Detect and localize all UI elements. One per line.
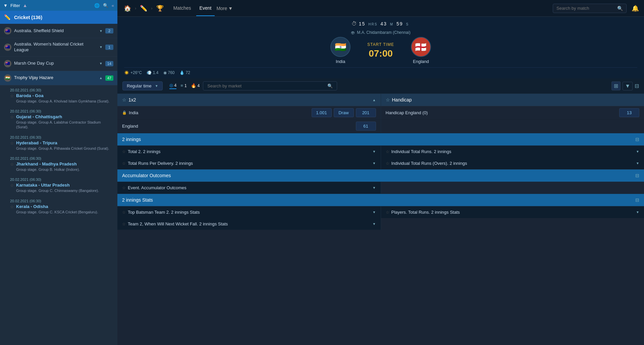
event-acc-label: Event. Accumulator Outcomes bbox=[128, 185, 186, 190]
time-filter-button[interactable]: Regular time ▼ bbox=[122, 81, 163, 90]
match-info-4: Jharkhand - Madhya Pradesh Group stage. … bbox=[16, 161, 113, 172]
total-2-innings-title: ☆ Total 2. 2 innings bbox=[122, 149, 161, 154]
expand-chevron-1[interactable]: ▼ bbox=[99, 29, 103, 33]
two-innings-banner: 2 innings ⊟ bbox=[117, 133, 644, 146]
market-icon-fire[interactable]: 🔥 4 bbox=[191, 83, 200, 89]
star-individual[interactable]: ☆ bbox=[386, 149, 389, 154]
star-players-runs[interactable]: ☆ bbox=[386, 210, 389, 215]
fav-star-2[interactable]: ☆ bbox=[10, 115, 14, 120]
expand-chevron-2[interactable]: ▼ bbox=[99, 45, 103, 49]
fav-star-4[interactable]: ☆ bbox=[10, 162, 14, 167]
star-individual-overs[interactable]: ☆ bbox=[386, 161, 389, 166]
match-item-kerala[interactable]: 20.02.2021 (06:30) ☆ Kerala - Odisha Gro… bbox=[0, 196, 117, 217]
clock-icon: ⏱ bbox=[352, 21, 357, 27]
match-name-6: Kerala - Odisha bbox=[16, 204, 113, 209]
search-match-input[interactable] bbox=[556, 6, 615, 11]
search-icon[interactable]: 🔍 bbox=[103, 3, 108, 8]
india-odds-label: 🔒 India bbox=[122, 110, 312, 115]
start-time-value: 07:00 bbox=[369, 48, 393, 59]
handicap-odds-13[interactable]: 13 bbox=[619, 108, 639, 117]
expand-chevron-4[interactable]: ▲ bbox=[99, 76, 103, 80]
fav-star-6[interactable]: ☆ bbox=[10, 204, 14, 209]
edit-icon[interactable]: ✏️ bbox=[139, 3, 149, 13]
trophy-vijay-label: Trophy Vijay Hazare bbox=[14, 75, 97, 81]
cricket-section[interactable]: ✏️ Cricket (136) bbox=[0, 11, 117, 24]
match-item-jharkhand[interactable]: 20.02.2021 (06:30) ☆ Jharkhand - Madhya … bbox=[0, 154, 117, 175]
market-1x2-header: ☆ 1x2 ▲ bbox=[117, 94, 381, 106]
countdown-seconds: 59 bbox=[396, 21, 403, 26]
star-icon-handicap[interactable]: ☆ bbox=[386, 97, 390, 102]
match-item-gujarat[interactable]: 20.02.2021 (06:30) ☆ Gujarat - Chhattisg… bbox=[0, 107, 117, 133]
globe-icon[interactable]: 🌐 bbox=[94, 3, 100, 8]
total-2-innings-header[interactable]: ☆ Total 2. 2 innings ▼ bbox=[117, 146, 381, 157]
notification-icon[interactable]: 🔔 bbox=[632, 5, 639, 12]
australia-womens-item[interactable]: 🇦🇺 Australia. Women's National Cricket L… bbox=[0, 38, 117, 57]
total-runs-delivery-header[interactable]: ☆ Total Runs Per Delivery. 2 innings ▼ bbox=[117, 157, 381, 169]
england-odds-61[interactable]: 61 bbox=[356, 122, 376, 131]
fav-star-1[interactable]: ☆ bbox=[10, 93, 14, 98]
team1-block: 🇮🇳 India bbox=[330, 37, 351, 64]
humidity-value: 72 bbox=[186, 70, 190, 75]
accumulator-filter-icon[interactable]: ⊟ bbox=[635, 173, 639, 178]
australia-sheffield-item[interactable]: 🇦🇺 Australia. Sheffield Shield ▼ 2 bbox=[0, 24, 117, 38]
team1-name: India bbox=[336, 59, 345, 64]
market-icon-list[interactable]: ≡ 1 bbox=[180, 83, 186, 89]
star-event-acc[interactable]: ☆ bbox=[122, 186, 126, 190]
draw-odds-btn[interactable]: Draw bbox=[334, 108, 354, 117]
individual-overs-header[interactable]: ☆ Individual Total Runs (Overs). 2 innin… bbox=[381, 157, 644, 169]
match-item-hyderabad[interactable]: 20.02.2021 (06:30) ☆ Hyderabad - Tripura… bbox=[0, 133, 117, 154]
star-total-2[interactable]: ☆ bbox=[122, 149, 126, 154]
top-batsman-chevron: ▼ bbox=[373, 210, 376, 214]
match-date-6: 20.02.2021 (06:30) bbox=[10, 199, 113, 203]
tab-more[interactable]: More ▼ bbox=[216, 1, 233, 16]
match-item-baroda[interactable]: 20.02.2021 (06:30) ☆ Baroda - Goa Group … bbox=[0, 85, 117, 107]
market-1x2-chevron[interactable]: ▲ bbox=[373, 98, 376, 102]
filter-button[interactable]: Filter bbox=[10, 3, 20, 8]
match-info-3: Hyderabad - Tripura Group stage. Group A… bbox=[16, 140, 113, 151]
match-date-5: 20.02.2021 (06:30) bbox=[10, 178, 113, 182]
match-venue-3: Group stage. Group A. Pithawala Cricket … bbox=[16, 146, 113, 151]
match-venue-1: Group stage. Group A. Kholvad Islam Gymk… bbox=[16, 99, 113, 104]
india-odds-btn[interactable]: 1.001 bbox=[312, 108, 332, 117]
top-batsman-header[interactable]: ☆ Top Batsman Team 2. 2 innings Stats ▼ bbox=[117, 206, 381, 218]
players-total-runs-header[interactable]: ☆ Players. Total Runs. 2 innings Stats ▼ bbox=[381, 206, 644, 218]
market-1x2-col: ☆ 1x2 ▲ 🔒 India 1.001 Draw 201 bbox=[117, 94, 381, 133]
filter-right-icon[interactable]: ⊟ bbox=[635, 83, 639, 89]
event-accumulator-header[interactable]: ☆ Event. Accumulator Outcomes ▼ bbox=[117, 182, 381, 194]
search-match-container: 🔍 bbox=[553, 4, 627, 13]
hrs-label: HRS bbox=[368, 22, 377, 26]
india-odds-201[interactable]: 201 bbox=[356, 108, 376, 117]
total-runs-label: Total Runs Per Delivery. 2 innings bbox=[128, 161, 193, 166]
expand-chevron-3[interactable]: ▼ bbox=[99, 62, 103, 65]
fav-star-5[interactable]: ☆ bbox=[10, 183, 14, 188]
marsh-cup-item[interactable]: 🇦🇺 Marsh One Day Cup ▼ 14 bbox=[0, 57, 117, 71]
sidebar-filter-header: ▼ Filter ▲ 🌐 🔍 « bbox=[0, 0, 117, 11]
total-2-chevron: ▼ bbox=[373, 150, 376, 153]
more-label: More bbox=[216, 6, 227, 11]
trophy-icon[interactable]: 🏆 bbox=[155, 3, 165, 13]
grid-view-button[interactable]: ⊞ bbox=[611, 81, 621, 90]
star-top-batsman[interactable]: ☆ bbox=[122, 210, 126, 215]
collapse-icon[interactable]: « bbox=[112, 3, 114, 8]
market-search-input[interactable] bbox=[207, 83, 325, 88]
tab-event[interactable]: Event bbox=[196, 1, 215, 16]
fav-star-3[interactable]: ☆ bbox=[10, 141, 14, 146]
trophy-vijay-item[interactable]: 🇮🇳 Trophy Vijay Hazare ▲ 47 bbox=[0, 71, 117, 85]
sun-icon: ☀️ bbox=[124, 70, 129, 75]
star-icon-1x2[interactable]: ☆ bbox=[122, 97, 126, 102]
right-innings-col: ☆ Individual Total Runs. 2 innings ▼ ☆ I… bbox=[381, 146, 644, 169]
star-next-wicket[interactable]: ☆ bbox=[122, 222, 126, 226]
two-innings-stats-filter[interactable]: ⊟ bbox=[635, 197, 639, 203]
individual-total-runs-header[interactable]: ☆ Individual Total Runs. 2 innings ▼ bbox=[381, 146, 644, 157]
star-total-runs[interactable]: ☆ bbox=[122, 161, 126, 166]
australia-flag-2: 🇦🇺 bbox=[4, 44, 11, 51]
tab-matches[interactable]: Matches bbox=[170, 1, 195, 16]
market-icon-circle[interactable]: ◎ 4 bbox=[169, 83, 177, 89]
home-icon[interactable]: 🏠 bbox=[122, 3, 132, 13]
next-wicket-header[interactable]: ☆ Team 2, When Will Next Wicket Fall. 2 … bbox=[117, 218, 381, 230]
expand-icon[interactable]: ▲ bbox=[23, 3, 28, 8]
two-innings-filter-icon[interactable]: ⊟ bbox=[635, 137, 639, 142]
match-item-karnataka[interactable]: 20.02.2021 (06:30) ☆ Karnataka - Uttar P… bbox=[0, 175, 117, 196]
match-header: ⏱ 15 HRS 43 M 59 S 🏟 M.A. Chidambaram (C… bbox=[117, 17, 644, 78]
chevron-view-button[interactable]: ▼ bbox=[623, 82, 633, 90]
